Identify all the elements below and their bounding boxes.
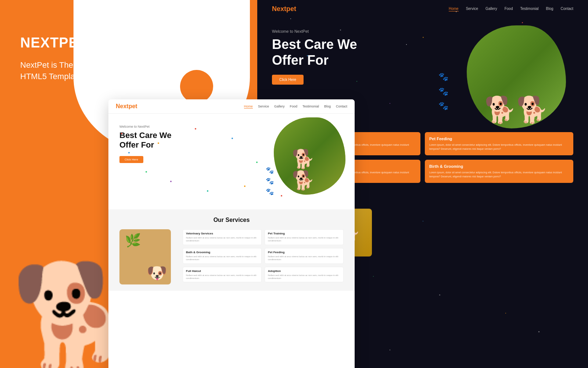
lt-service-row-2: Bath & Grooming Nullam sed nibh at arcu … <box>183 248 344 264</box>
lt-dog-image <box>274 117 345 195</box>
lt-service-name-2: Pet Training <box>268 232 340 235</box>
dt-nav-links: Home Service Gallery Food Testimonial Bl… <box>449 7 573 11</box>
dt-card-birth-grooming: Birth & Grooming Lorem ipsum, dolor sit … <box>425 160 573 183</box>
dt-card-feeding: Pet Feeding Lorem ipsum, dolor sit amet … <box>425 132 573 155</box>
lt-services-grid: Veterinary Services Nullam sed nibh at a… <box>119 229 344 285</box>
dt-nav-service[interactable]: Service <box>466 7 478 11</box>
lt-navbar: Nextpet Home Service Gallery Food Testim… <box>108 99 355 114</box>
lt-service-name-5: Full Haicut <box>186 269 258 273</box>
lt-service-desc-5: Nullam sed nibh at arcu viverra luctus a… <box>186 274 258 280</box>
lt-nav-blog[interactable]: Blog <box>324 105 331 109</box>
dot-9 <box>244 185 245 187</box>
lt-service-desc-4: Nullam sed nibh at arcu viverra luctus a… <box>268 255 340 261</box>
lt-logo: Nextpet <box>116 103 137 110</box>
dt-nav-home[interactable]: Home <box>449 7 459 11</box>
lt-hero-section: Welcome to NextPet Best Care We Offer Fo… <box>108 114 355 209</box>
dt-card-desc-4: Lorem ipsum, dolor sit amet consectetur … <box>429 171 569 178</box>
dot-7 <box>207 190 208 192</box>
lt-nav-service[interactable]: Service <box>258 105 269 109</box>
lt-service-desc-6: Nullam sed nibh at arcu viverra luctus a… <box>268 274 340 280</box>
lt-dog-blob-shape <box>274 117 345 195</box>
dot-10 <box>256 162 258 163</box>
lt-paw-icons: 🐾🐾🐾 <box>266 165 274 197</box>
lt-cta-button[interactable]: Click Here <box>119 156 143 163</box>
star-20 <box>505 313 506 314</box>
dot-2 <box>128 152 130 153</box>
dt-nav-gallery[interactable]: Gallery <box>485 7 497 11</box>
dt-nav-contact[interactable]: Contact <box>561 7 573 11</box>
dt-navbar: Nextpet Home Service Gallery Food Testim… <box>257 0 588 18</box>
lt-service-name-1: Veterinary Services <box>186 232 258 235</box>
lt-services-table: Veterinary Services Nullam sed nibh at a… <box>183 229 344 285</box>
lt-dog-with-plant <box>119 229 171 284</box>
dt-nav-blog[interactable]: Blog <box>546 7 553 11</box>
dt-logo: Nextpet <box>272 5 296 13</box>
lt-service-adoption: Adoption Nullam sed nibh at arcu viverra… <box>265 267 344 283</box>
lt-service-row-3: Full Haicut Nullam sed nibh at arcu vive… <box>183 267 344 283</box>
lt-nav-testimonial[interactable]: Testimonial <box>302 105 319 109</box>
lt-service-name-4: Pet Feeding <box>268 251 340 254</box>
dt-card-title-2: Pet Feeding <box>429 137 569 141</box>
lt-service-desc-3: Nullam sed nibh at arcu viverra luctus a… <box>186 255 258 261</box>
dt-hero-dog-blob <box>467 25 570 132</box>
lt-service-feeding: Pet Feeding Nullam sed nibh at arcu vive… <box>265 248 344 264</box>
lt-service-name-6: Adoption <box>268 269 340 273</box>
star-21 <box>538 331 539 332</box>
dt-nav-testimonial[interactable]: Testimonial <box>520 7 538 11</box>
dt-dog-image <box>467 25 566 128</box>
orange-circle-decoration <box>180 70 213 103</box>
lt-service-row-1: Veterinary Services Nullam sed nibh at a… <box>183 229 344 245</box>
dt-cta-button[interactable]: Click Here <box>272 75 304 85</box>
lt-services-section: Our Services Veterinary Services Nullam … <box>108 209 355 291</box>
lt-service-haircut: Full Haicut Nullam sed nibh at arcu vive… <box>183 267 262 283</box>
lt-service-desc-1: Nullam sed nibh at arcu viverra luctus a… <box>186 236 258 243</box>
brand-title: NEXTPET <box>20 35 87 51</box>
lt-service-name-3: Bath & Grooming <box>186 251 258 254</box>
star-22 <box>390 350 390 350</box>
lt-services-image-column <box>119 229 178 285</box>
star-19 <box>439 294 440 296</box>
brand-subtitle: NextPet is The Greatest HTML5 Template <box>20 60 106 82</box>
light-template-preview: Nextpet Home Service Gallery Food Testim… <box>108 99 355 368</box>
lt-hero-dog-image <box>274 117 347 198</box>
dt-card-desc-2: Lorem ipsum, dolor sit amet consectetur … <box>429 143 569 151</box>
star-18 <box>373 276 374 277</box>
dot-5 <box>170 181 172 182</box>
lt-service-desc-2: Nullam sed nibh at arcu viverra luctus a… <box>268 236 340 243</box>
lt-nav-contact[interactable]: Contact <box>336 105 347 109</box>
dot-3 <box>146 171 147 173</box>
dt-paw-icons: 🐾🐾🐾 <box>438 70 448 113</box>
lt-nav-links: Home Service Gallery Food Testimonial Bl… <box>244 105 347 109</box>
lt-service-training: Pet Training Nullam sed nibh at arcu viv… <box>265 229 344 245</box>
dt-dog-blob-shape <box>467 25 566 128</box>
lt-nav-gallery[interactable]: Gallery <box>274 105 285 109</box>
lt-services-title: Our Services <box>119 217 344 223</box>
lt-service-grooming: Bath & Grooming Nullam sed nibh at arcu … <box>183 248 262 264</box>
lt-nav-food[interactable]: Food <box>290 105 297 109</box>
lt-nav-home[interactable]: Home <box>244 105 253 109</box>
dt-nav-food[interactable]: Food <box>505 7 513 11</box>
dt-card-title-4: Birth & Grooming <box>429 164 569 169</box>
lt-service-veterinary: Veterinary Services Nullam sed nibh at a… <box>183 229 262 245</box>
